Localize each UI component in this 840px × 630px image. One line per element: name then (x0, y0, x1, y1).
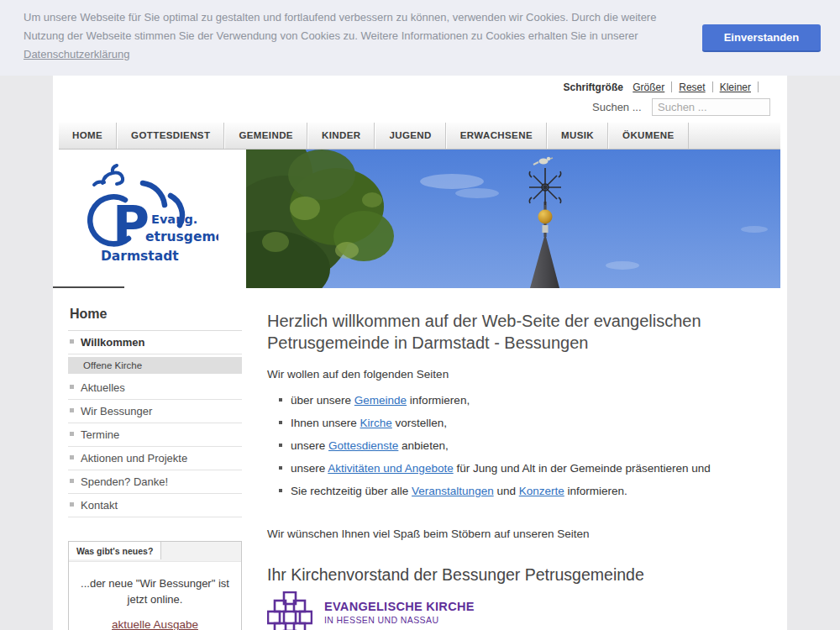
site-logo[interactable]: P Evang. etrusgemeinde Darmstadt (59, 150, 246, 288)
aktivitaeten-link[interactable]: Aktivitäten und Angebote (328, 462, 453, 475)
sidebar-item-kontakt[interactable]: Kontakt (68, 494, 242, 517)
petrusgemeinde-logo-icon: P Evang. etrusgemeinde Darmstadt (84, 158, 218, 282)
logo-letter-p: P (113, 195, 150, 254)
nav-item-jugend[interactable]: JUGEND (375, 123, 445, 149)
ekhn-logo: EVANGELISCHE KIRCHE IN HESSEN UND NASSAU (267, 591, 781, 630)
sidebar-item-wir-bessunger[interactable]: Wir Bessunger (68, 400, 242, 423)
header-photo (246, 150, 780, 288)
square-bullet-icon (70, 339, 74, 344)
sidebar-item-willkommen[interactable]: Willkommen (68, 331, 242, 354)
main-navigation: HOME GOTTESDIENST GEMEINDE KINDER JUGEND… (59, 123, 780, 150)
fontsize-smaller-link[interactable]: Kleiner (720, 81, 751, 93)
page-title: Herzlich willkommen auf der Web-Seite de… (267, 310, 733, 354)
nav-item-oekumene[interactable]: ÖKUMENE (608, 123, 689, 149)
cookie-accept-button[interactable]: Einverstanden (702, 24, 821, 52)
gemeinde-link[interactable]: Gemeinde (354, 394, 407, 407)
content-area: Schriftgröße GrößerResetKleiner Suchen .… (53, 76, 787, 630)
fontsize-reset-link[interactable]: Reset (679, 81, 705, 93)
square-bullet-icon (70, 479, 74, 483)
search-area: Suchen ... (592, 98, 770, 116)
ekhn-line1: EVANGELISCHE KIRCHE (324, 600, 475, 613)
search-label: Suchen ... (592, 101, 642, 113)
nav-item-kinder[interactable]: KINDER (307, 123, 375, 149)
square-bullet-icon (70, 408, 74, 412)
sidebar-item-termine[interactable]: Termine (68, 423, 242, 447)
nav-item-gemeinde[interactable]: GEMEINDE (224, 123, 307, 149)
sidebar-accent-bar (53, 286, 124, 288)
closing-text: Wir wünschen Ihnen viel Spaß beim Stöber… (267, 528, 781, 540)
cookie-message: Um unsere Webseite für Sie optimal zu ge… (24, 8, 677, 64)
golden-ball (538, 210, 553, 224)
ekhn-line2: IN HESSEN UND NASSAU (324, 615, 475, 625)
nav-item-home[interactable]: HOME (59, 123, 117, 149)
konzerte-link[interactable]: Konzerte (519, 485, 564, 497)
ekhn-cross-icon (267, 591, 312, 630)
sidebar: Home Willkommen Offene Kirche Aktuelles … (68, 305, 242, 630)
cookie-message-text: Um unsere Webseite für Sie optimal zu ge… (24, 11, 656, 42)
news-body: ...der neue "Wir Bessunger" ist jetzt on… (69, 562, 241, 630)
cookie-banner: Um unsere Webseite für Sie optimal zu ge… (0, 0, 840, 76)
logo-line-darmstadt: Darmstadt (101, 249, 179, 264)
list-item: unsere Aktivitäten und Angebote für Jung… (279, 462, 781, 475)
topic-list: über unsere Gemeinde informieren, Ihnen … (279, 394, 781, 497)
separator (712, 81, 713, 92)
veranstaltungen-link[interactable]: Veranstaltungen (412, 485, 494, 497)
nav-item-gottesdienst[interactable]: GOTTESDIENST (117, 123, 224, 149)
vorstand-heading: Ihr Kirchenvorstand der Bessunger Petrus… (267, 565, 781, 585)
sidebar-item-spenden[interactable]: Spenden? Danke! (68, 470, 242, 494)
list-item: Ihnen unsere Kirche vorstellen, (279, 417, 781, 429)
news-tab[interactable]: Was gibt's neues? (69, 542, 161, 559)
logo-line-evang: Evang. (151, 213, 197, 226)
news-message: ...der neue "Wir Bessunger" ist jetzt on… (79, 575, 231, 607)
page-header: P Evang. etrusgemeinde Darmstadt (59, 150, 780, 288)
nav-item-erwachsene[interactable]: ERWACHSENE (446, 123, 547, 149)
fontsize-label: Schriftgröße (564, 81, 623, 93)
sidebar-item-aktionen-und-projekte[interactable]: Aktionen und Projekte (68, 447, 242, 470)
privacy-policy-link[interactable]: Datenschutzerklärung (24, 48, 129, 60)
ekhn-wordmark: EVANGELISCHE KIRCHE IN HESSEN UND NASSAU (324, 591, 475, 625)
separator (758, 81, 759, 92)
fontsize-bigger-link[interactable]: Größer (633, 81, 664, 93)
square-bullet-icon (70, 385, 74, 389)
square-bullet-icon (70, 432, 74, 436)
nav-item-musik[interactable]: MUSIK (547, 123, 608, 149)
intro-text: Wir wollen auf den folgenden Seiten (267, 368, 781, 381)
kirche-link[interactable]: Kirche (360, 417, 392, 429)
sidebar-item-aktuelles[interactable]: Aktuelles (68, 376, 242, 400)
list-item: Sie rechtzeitig über alle Veranstaltunge… (279, 485, 781, 497)
list-item: über unsere Gemeinde informieren, (279, 394, 781, 407)
news-box: Was gibt's neues? ...der neue "Wir Bessu… (68, 541, 242, 630)
main-content: Herzlich willkommen auf der Web-Seite de… (267, 305, 781, 630)
news-box-header: Was gibt's neues? (69, 542, 241, 562)
separator (671, 81, 672, 92)
square-bullet-icon (70, 502, 74, 507)
sidebar-item-offene-kirche[interactable]: Offene Kirche (68, 357, 242, 374)
search-input[interactable] (652, 98, 770, 116)
logo-line-petrusgemeinde: etrusgemeinde (145, 229, 218, 244)
list-item: unsere Gottesdienste anbieten, (279, 439, 781, 452)
sidebar-heading: Home (68, 305, 242, 331)
fontsize-controls: Schriftgröße GrößerResetKleiner (564, 81, 765, 93)
aktuelle-ausgabe-link[interactable]: aktuelle Ausgabe (112, 618, 198, 630)
gottesdienste-link[interactable]: Gottesdienste (328, 439, 398, 452)
square-bullet-icon (70, 455, 74, 459)
